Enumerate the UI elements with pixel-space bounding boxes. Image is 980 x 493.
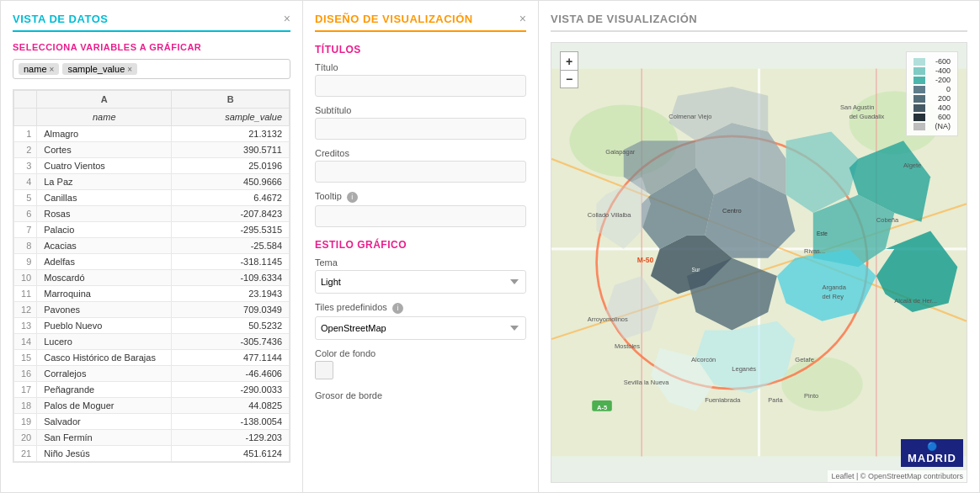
row-value: 450.9666 (172, 174, 290, 190)
estilo-section-title: ESTILO GRÁFICO (315, 239, 526, 251)
svg-text:Alcorcón: Alcorcón (691, 356, 716, 363)
legend-row-neg600: -600 (913, 57, 951, 66)
row-name: Cortes (37, 142, 172, 158)
tema-select[interactable]: Light (315, 270, 526, 294)
table-row: 18 Palos de Moguer 44.0825 (14, 398, 290, 414)
row-name: Acacias (37, 238, 172, 254)
map-container[interactable]: Centro Este Sur Galapagar Collado Villal… (551, 42, 967, 483)
table-row: 1 Almagro 21.3132 (14, 126, 290, 142)
panel2-close-button[interactable]: × (519, 13, 526, 24)
table-row: 7 Palacio -295.5315 (14, 222, 290, 238)
zoom-out-button[interactable]: − (560, 70, 578, 88)
row-num: 12 (14, 302, 37, 318)
table-row: 2 Cortes 390.5711 (14, 142, 290, 158)
tag-sample-value-label: sample_value (67, 64, 125, 74)
row-value: 451.6124 (172, 446, 290, 462)
svg-text:Parla: Parla (768, 396, 783, 404)
table-row: 12 Pavones 709.0349 (14, 302, 290, 318)
leaflet-text: Leaflet (831, 472, 854, 480)
titulo-input[interactable] (315, 75, 526, 97)
panel3-title: VISTA DE VISUALIZACIÓN (551, 13, 967, 32)
svg-text:Fuenlabrada: Fuenlabrada (705, 396, 741, 404)
legend-label-200: 200 (929, 94, 951, 103)
creditos-input[interactable] (315, 161, 526, 183)
variables-tags-input: name × sample_value × (13, 59, 290, 79)
tema-group: Tema Light (315, 257, 526, 294)
row-num: 3 (14, 158, 37, 174)
row-name: Rosas (37, 206, 172, 222)
tag-name-close[interactable]: × (50, 65, 55, 74)
row-name: La Paz (37, 174, 172, 190)
legend-color-neg600 (913, 58, 925, 66)
color-fondo-swatch[interactable] (315, 361, 333, 379)
table-row: 17 Peñagrande -290.0033 (14, 382, 290, 398)
row-name: Palos de Moguer (37, 398, 172, 414)
row-num: 1 (14, 126, 37, 142)
col-a-header: A (37, 91, 172, 109)
tag-name-label: name (24, 64, 47, 74)
table-row: 3 Cuatro Vientos 25.0196 (14, 158, 290, 174)
titulo-group: Título (315, 62, 526, 97)
titulo-label: Título (315, 62, 526, 72)
row-name: Corralejos (37, 366, 172, 382)
tag-name: name × (19, 63, 59, 75)
map-svg: Centro Este Sur Galapagar Collado Villal… (551, 43, 967, 482)
row-name: Almagro (37, 126, 172, 142)
row-value: 390.5711 (172, 142, 290, 158)
row-name: Pueblo Nuevo (37, 318, 172, 334)
col-b-subheader: sample_value (172, 109, 290, 126)
row-num: 19 (14, 414, 37, 430)
panel2-title: DISEÑO DE VISUALIZACIÓN (315, 13, 526, 32)
zoom-in-button[interactable]: + (560, 51, 578, 70)
table-row: 8 Acacias -25.584 (14, 238, 290, 254)
titulos-section-title: TÍTULOS (315, 44, 526, 56)
col-index-header (14, 91, 37, 109)
legend-label-neg600: -600 (929, 57, 951, 66)
panel1-close-button[interactable]: × (284, 13, 290, 24)
tag-sample-value-close[interactable]: × (127, 65, 132, 74)
tiles-select[interactable]: OpenStreetMap (315, 316, 526, 340)
row-num: 21 (14, 446, 37, 462)
svg-text:Pinto: Pinto (804, 392, 818, 400)
creditos-label: Creditos (315, 148, 526, 158)
row-num: 6 (14, 206, 37, 222)
row-name: Palacio (37, 222, 172, 238)
row-value: -129.203 (172, 430, 290, 446)
madrid-logo: 🔵 MADRID (901, 439, 963, 467)
table-row: 10 Moscardó -109.6334 (14, 270, 290, 286)
svg-text:Sevilla la Nueva: Sevilla la Nueva (624, 379, 670, 386)
row-value: 25.0196 (172, 158, 290, 174)
row-name: Casco Histórico de Barajas (37, 350, 172, 366)
color-fondo-label: Color de fondo (315, 348, 526, 358)
row-name: San Fermín (37, 430, 172, 446)
color-fondo-group: Color de fondo (315, 348, 526, 382)
row-num: 5 (14, 190, 37, 206)
variables-section-label: SELECCIONA VARIABLES A GRÁFICAR (13, 42, 290, 52)
grosor-borde-label: Grosor de borde (315, 390, 526, 400)
svg-text:Centro: Centro (722, 207, 742, 215)
panel1-title: VISTA DE DATOS (13, 13, 290, 32)
col-index-subheader (14, 109, 37, 126)
tiles-info-icon[interactable]: i (392, 303, 403, 314)
svg-text:Cobeña: Cobeña (876, 216, 899, 224)
svg-text:del Guadalix: del Guadalix (850, 113, 885, 120)
svg-point-4 (781, 358, 862, 411)
table-row: 6 Rosas -207.8423 (14, 206, 290, 222)
legend-row-0: 0 (913, 85, 951, 93)
row-value: 709.0349 (172, 302, 290, 318)
row-value: -305.7436 (172, 334, 290, 350)
row-num: 17 (14, 382, 37, 398)
row-value: 50.5232 (172, 318, 290, 334)
row-value: 23.1943 (172, 286, 290, 302)
row-name: Lucero (37, 334, 172, 350)
tooltip-info-icon[interactable]: i (347, 192, 358, 203)
tooltip-input[interactable] (315, 205, 526, 227)
subtitulo-input[interactable] (315, 118, 526, 140)
row-value: -25.584 (172, 238, 290, 254)
svg-text:San Agustín: San Agustín (840, 103, 874, 111)
row-num: 10 (14, 270, 37, 286)
legend-row-na: (NA) (913, 122, 951, 130)
legend-color-600 (913, 114, 925, 121)
tiles-label: Tiles predefinidos i (315, 302, 526, 314)
row-num: 8 (14, 238, 37, 254)
